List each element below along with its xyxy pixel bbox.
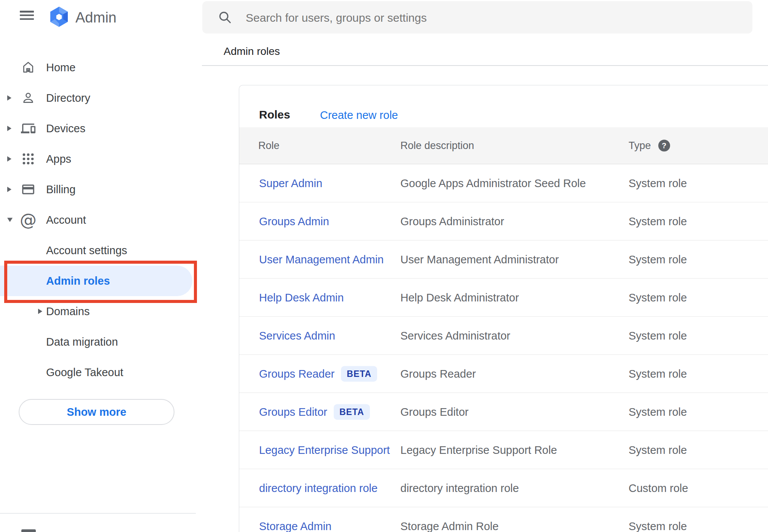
- table-row: User Management Admin User Management Ad…: [239, 240, 768, 279]
- role-description: Services Administrator: [400, 329, 510, 342]
- role-description: Storage Admin Role: [400, 520, 499, 532]
- column-header-role-description: Role description: [400, 140, 474, 152]
- app-title: Admin: [75, 6, 117, 29]
- role-description: Help Desk Administrator: [400, 291, 519, 304]
- column-header-role: Role: [258, 140, 280, 152]
- create-new-role-link[interactable]: Create new role: [320, 109, 398, 122]
- table-row: Help Desk Admin Help Desk Administrator …: [239, 279, 768, 317]
- sidebar-item-label: Admin roles: [46, 275, 110, 287]
- sidebar-item-label: Home: [46, 61, 75, 74]
- sidebar-item-account[interactable]: @ Account: [0, 205, 202, 235]
- sidebar-item-label: Data migration: [46, 336, 118, 348]
- expand-arrow-icon[interactable]: [38, 309, 42, 314]
- sidebar-item-label: Account settings: [46, 244, 127, 257]
- role-type: Custom role: [629, 482, 688, 494]
- beta-badge: BETA: [334, 404, 370, 420]
- role-type: System role: [629, 253, 687, 266]
- table-row: Groups Reader BETA Groups Reader System …: [239, 355, 768, 393]
- role-link[interactable]: Services Admin: [259, 329, 335, 342]
- expand-arrow-icon[interactable]: [7, 156, 11, 162]
- role-description: Legacy Enterprise Support Role: [400, 444, 557, 456]
- person-icon: [21, 90, 36, 106]
- devices-icon: [21, 120, 36, 137]
- admin-logo[interactable]: Admin: [48, 6, 117, 29]
- home-icon: [21, 59, 36, 76]
- sidebar-item-billing[interactable]: Billing: [0, 174, 202, 205]
- show-more-button[interactable]: Show more: [19, 399, 174, 425]
- sidebar-item-data-migration[interactable]: Data migration: [0, 327, 202, 357]
- role-link[interactable]: Groups Reader: [259, 367, 334, 380]
- role-description: Groups Administrator: [400, 215, 504, 228]
- sidebar-item-label: Account: [46, 214, 86, 226]
- role-link[interactable]: Super Admin: [259, 177, 322, 189]
- sidebar-item-account-settings[interactable]: Account settings: [0, 235, 202, 266]
- role-description: Groups Reader: [400, 367, 476, 380]
- role-type: System role: [629, 405, 687, 418]
- expand-arrow-icon[interactable]: [7, 126, 11, 131]
- admin-console: Admin Home Directory Devices Apps Billin…: [0, 0, 768, 532]
- sidebar-item-home[interactable]: Home: [0, 52, 202, 83]
- role-link[interactable]: Storage Admin: [259, 520, 331, 532]
- table-row: Storage Admin Storage Admin Role System …: [239, 507, 768, 532]
- sidebar-item-label: Directory: [46, 92, 90, 104]
- expand-arrow-icon[interactable]: [7, 218, 13, 222]
- table-row: Super Admin Google Apps Administrator Se…: [239, 164, 768, 202]
- column-header-type: Type ?: [629, 140, 670, 152]
- sidebar-item-apps[interactable]: Apps: [0, 144, 202, 174]
- apps-icon: [21, 151, 36, 167]
- expand-arrow-icon[interactable]: [7, 187, 11, 192]
- role-link[interactable]: directory integration role: [259, 482, 378, 494]
- sidebar-item-directory[interactable]: Directory: [0, 83, 202, 113]
- role-type: System role: [629, 367, 687, 380]
- roles-table-body: Super Admin Google Apps Administrator Se…: [239, 164, 768, 532]
- role-link[interactable]: Groups Editor: [259, 405, 327, 418]
- billing-icon: [21, 181, 36, 198]
- at-icon: @: [21, 212, 36, 228]
- sidebar-item-label: Google Takeout: [46, 366, 123, 379]
- role-type: System role: [629, 520, 687, 532]
- role-type: System role: [629, 444, 687, 456]
- table-row: directory integration role directory int…: [239, 469, 768, 507]
- content-divider: [202, 65, 768, 66]
- menu-icon[interactable]: [20, 11, 34, 20]
- help-icon[interactable]: ?: [658, 140, 670, 152]
- table-header-row: Role Role description Type ?: [239, 127, 768, 164]
- sidebar-item-admin-roles[interactable]: Admin roles: [0, 266, 202, 296]
- roles-title: Roles: [259, 108, 290, 121]
- role-link[interactable]: Groups Admin: [259, 215, 329, 228]
- beta-badge: BETA: [341, 366, 377, 381]
- search-input[interactable]: [245, 1, 738, 34]
- role-link[interactable]: Legacy Enterprise Support: [259, 444, 390, 456]
- sidebar: Admin Home Directory Devices Apps Billin…: [0, 0, 202, 532]
- role-description: directory integration role: [400, 482, 519, 494]
- table-row: Groups Admin Groups Administrator System…: [239, 202, 768, 240]
- sidebar-item-google-takeout[interactable]: Google Takeout: [0, 357, 202, 388]
- role-type: System role: [629, 329, 687, 342]
- role-description: Groups Editor: [400, 405, 469, 418]
- table-row: Services Admin Services Administrator Sy…: [239, 317, 768, 355]
- role-description: User Management Administrator: [400, 253, 559, 266]
- sidebar-item-devices[interactable]: Devices: [0, 113, 202, 144]
- sidebar-divider: [0, 513, 196, 514]
- role-link[interactable]: User Management Admin: [259, 253, 384, 266]
- roles-card-header: Roles Create new role: [239, 85, 768, 127]
- cutoff-nav-icon[interactable]: [21, 529, 36, 532]
- expand-arrow-icon[interactable]: [7, 95, 11, 101]
- sidebar-item-label: Apps: [46, 153, 71, 165]
- search-bar[interactable]: [202, 1, 752, 34]
- roles-card: Roles Create new role Role Role descript…: [239, 85, 768, 532]
- sidebar-item-label: Billing: [46, 183, 75, 196]
- search-icon: [218, 10, 232, 26]
- role-link[interactable]: Help Desk Admin: [259, 291, 344, 304]
- page-title: Admin roles: [224, 45, 280, 58]
- table-row: Legacy Enterprise Support Legacy Enterpr…: [239, 431, 768, 469]
- admin-hexagon-icon: [48, 6, 70, 29]
- role-type: System role: [629, 291, 687, 304]
- sidebar-item-label: Domains: [46, 305, 90, 318]
- sidebar-item-domains[interactable]: Domains: [0, 296, 202, 327]
- sidebar-item-label: Devices: [46, 122, 85, 135]
- role-description: Google Apps Administrator Seed Role: [400, 177, 586, 189]
- role-type: System role: [629, 215, 687, 228]
- table-row: Groups Editor BETA Groups Editor System …: [239, 393, 768, 431]
- role-type: System role: [629, 177, 687, 189]
